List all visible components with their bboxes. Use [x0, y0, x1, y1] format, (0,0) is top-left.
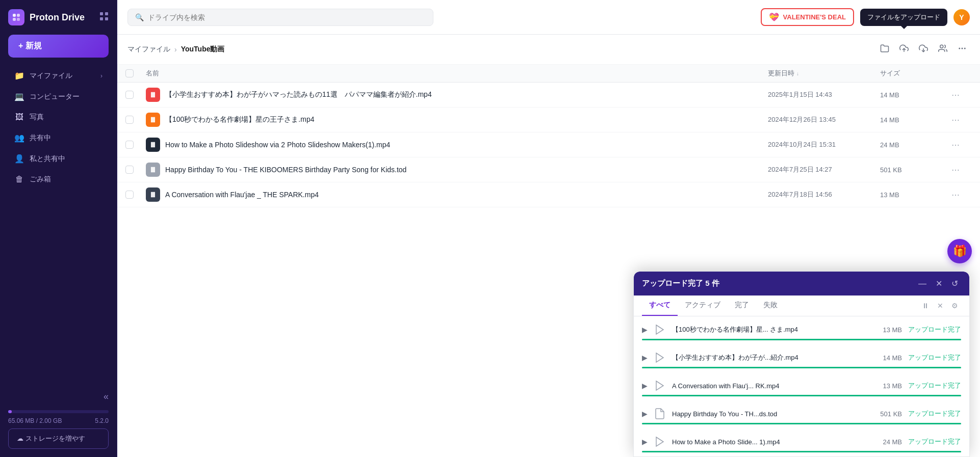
select-all-checkbox[interactable]	[125, 69, 134, 77]
file-checkbox[interactable]	[125, 116, 146, 124]
nav-icon-trash: 🗑	[14, 175, 24, 184]
search-box: 🔍	[127, 9, 433, 26]
upload-tab-complete[interactable]: 完了	[728, 295, 756, 316]
table-row[interactable]: Happy Birthday To You - THE KIBOOMERS Bi…	[117, 157, 980, 182]
nav-icon-photos: 🖼	[14, 113, 24, 122]
search-icon: 🔍	[135, 13, 144, 21]
user-menu[interactable]: Y	[953, 9, 970, 25]
breadcrumb-bar: マイファイル › YouTube動画	[117, 35, 980, 65]
file-name-cell: How to Make a Photo Slideshow via 2 Phot…	[146, 138, 768, 152]
upgrade-storage-button[interactable]: ☁ ストレージを増やす	[8, 428, 109, 449]
collapse-button[interactable]: «	[0, 387, 117, 406]
file-name: How to Make a Photo Slideshow via 2 Phot…	[165, 141, 390, 149]
tab-pause-button[interactable]: ⏸	[919, 300, 932, 312]
nav-icon-shared: 👥	[14, 133, 24, 143]
upload-item-status[interactable]: アップロード完了	[908, 437, 961, 446]
breadcrumb-parent[interactable]: マイファイル	[127, 45, 170, 54]
nav-chevron-my-files: ›	[100, 72, 102, 79]
svg-rect-3	[17, 18, 20, 21]
file-more-button[interactable]: ⋯	[951, 190, 972, 200]
upload-panel: アップロード完了 5 件 — ✕ ↺ すべてアクティブ完了失敗 ⏸ ✕ ⚙ ▶ …	[633, 271, 970, 457]
upload-item-status[interactable]: アップロード完了	[908, 325, 961, 334]
file-type-icon	[146, 138, 160, 152]
upload-play-icon: ▶	[642, 410, 648, 418]
nav-icon-my-files: 📁	[14, 71, 24, 80]
upload-item: ▶ Happy Birthday To You - TH...ds.tod 50…	[634, 400, 969, 424]
upload-tab-failed[interactable]: 失敗	[756, 295, 785, 316]
tab-settings-button[interactable]: ⚙	[948, 300, 961, 312]
file-checkbox[interactable]	[125, 141, 146, 149]
sidebar-item-computer[interactable]: 💻コンピューター	[4, 87, 113, 106]
table-row[interactable]: 【100秒でわかる名作劇場】星の王子さま.mp4 2024年12月26日 13:…	[117, 107, 980, 132]
file-size: 13 MB	[880, 191, 951, 199]
file-checkbox[interactable]	[125, 91, 146, 99]
file-more-button[interactable]: ⋯	[951, 90, 972, 100]
file-more-button[interactable]: ⋯	[951, 115, 972, 125]
upload-item-status[interactable]: アップロード完了	[908, 381, 961, 390]
panel-minimize-button[interactable]: —	[915, 278, 930, 289]
upload-item: ▶ 【100秒でわかる名作劇場】星... さま.mp4 13 MB アップロード…	[634, 316, 969, 340]
file-more-button[interactable]: ⋯	[951, 165, 972, 175]
tab-cancel-button[interactable]: ✕	[934, 300, 946, 312]
valentine-icon: 💝	[769, 12, 779, 22]
file-name: Happy Birthday To You - THE KIBOOMERS Bi…	[165, 166, 406, 174]
sidebar-item-trash[interactable]: 🗑ごみ箱	[4, 170, 113, 189]
col-header-size: サイズ	[880, 69, 951, 78]
upload-tooltip[interactable]: ファイルをアップロード	[860, 9, 947, 26]
upload-file-icon	[654, 324, 666, 336]
upload-item-status[interactable]: アップロード完了	[908, 409, 961, 418]
col-header-name: 名前	[146, 69, 768, 78]
file-name: 【小学生おすすめ本】わが子がハマった読みもの11選 パパママ編集者が紹介.mp4	[165, 90, 432, 99]
svg-rect-6	[100, 17, 103, 20]
new-button[interactable]: + 新規	[8, 35, 109, 58]
table-row[interactable]: A Conversation with Flau'jae _ THE SPARK…	[117, 182, 980, 207]
sidebar-item-shared-with-me[interactable]: 👤私と共有中	[4, 149, 113, 169]
upload-tab-active[interactable]: アクティブ	[678, 295, 728, 316]
table-row[interactable]: 【小学生おすすめ本】わが子がハマった読みもの11選 パパママ編集者が紹介.mp4…	[117, 83, 980, 107]
file-name-cell: A Conversation with Flau'jae _ THE SPARK…	[146, 187, 768, 202]
sort-icon: ↓	[796, 71, 799, 76]
upload-file-button[interactable]	[896, 41, 912, 58]
more-options-button[interactable]	[955, 41, 970, 58]
search-input[interactable]	[148, 13, 426, 21]
file-name-cell: 【100秒でわかる名作劇場】星の王子さま.mp4	[146, 113, 768, 127]
upload-item-name: 【100秒でわかる名作劇場】星... さま.mp4	[672, 325, 865, 334]
upload-item: ▶ 【小学生おすすめ本】わが子が...紹介.mp4 14 MB アップロード完了	[634, 344, 969, 368]
file-type-icon	[146, 113, 160, 127]
upload-file-icon	[654, 380, 666, 392]
col-header-date[interactable]: 更新日時 ↓	[768, 69, 880, 78]
sidebar-item-shared[interactable]: 👥共有中	[4, 128, 113, 148]
gift-fab-button[interactable]: 🎁	[947, 239, 972, 263]
panel-close-button[interactable]: ✕	[933, 278, 945, 289]
svg-marker-21	[656, 381, 663, 390]
share-button[interactable]	[935, 41, 950, 58]
file-checkbox[interactable]	[125, 191, 146, 199]
upload-progress-fill	[642, 339, 961, 340]
nav-items: 📁マイファイル›💻コンピューター🖼写真👥共有中👤私と共有中🗑ごみ箱	[0, 66, 117, 190]
upload-tab-all[interactable]: すべて	[642, 295, 678, 316]
file-more-button[interactable]: ⋯	[951, 140, 972, 150]
svg-marker-15	[151, 117, 155, 123]
new-folder-button[interactable]	[877, 41, 892, 58]
logo-icon	[8, 9, 24, 25]
svg-marker-17	[151, 167, 155, 173]
user-avatar[interactable]: Y	[953, 9, 970, 25]
storage-used-label: 65.06 MB / 2.00 GB	[8, 417, 62, 424]
upload-progress-fill	[642, 367, 961, 368]
file-size: 24 MB	[880, 141, 951, 149]
sidebar-item-my-files[interactable]: 📁マイファイル›	[4, 66, 113, 86]
upload-item-status[interactable]: アップロード完了	[908, 353, 961, 362]
file-list-header: 名前 更新日時 ↓ サイズ	[117, 65, 980, 83]
table-row[interactable]: How to Make a Photo Slideshow via 2 Phot…	[117, 132, 980, 157]
upload-folder-button[interactable]	[916, 41, 931, 58]
upload-item-name: 【小学生おすすめ本】わが子が...紹介.mp4	[672, 353, 865, 362]
file-checkbox[interactable]	[125, 166, 146, 174]
panel-refresh-button[interactable]: ↺	[948, 278, 961, 289]
sidebar-item-photos[interactable]: 🖼写真	[4, 107, 113, 127]
upload-tooltip-text: ファイルをアップロード	[867, 13, 940, 21]
valentine-deal-button[interactable]: 💝 VALENTINE'S DEAL	[761, 8, 854, 26]
file-type-icon	[146, 163, 160, 177]
upload-panel-header: アップロード完了 5 件 — ✕ ↺	[634, 272, 969, 295]
grid-icon[interactable]	[99, 12, 109, 23]
storage-info: 65.06 MB / 2.00 GB 5.2.0	[0, 415, 117, 428]
